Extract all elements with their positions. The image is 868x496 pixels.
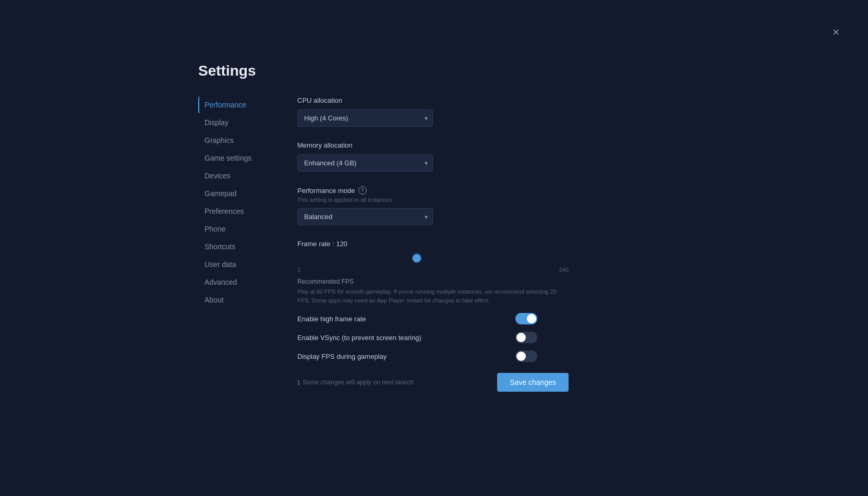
- frame-rate-slider-container: [297, 255, 537, 264]
- toggle-high-frame-rate[interactable]: [515, 313, 537, 324]
- memory-allocation-select-wrapper: Low (1 GB)Standard (2 GB)Enhanced (4 GB)…: [297, 154, 433, 172]
- cpu-allocation-section: CPU allocation Low (1 Core)Medium (2 Cor…: [297, 96, 569, 127]
- toggle-label-display-fps: Display FPS during gameplay: [297, 353, 387, 360]
- sidebar-item-shortcuts[interactable]: Shortcuts: [198, 238, 282, 255]
- footer-note-text: Some changes will apply on next launch: [303, 379, 414, 386]
- slider-min-label: 1: [297, 267, 300, 273]
- footer-note: ℹ Some changes will apply on next launch: [297, 379, 414, 386]
- close-button[interactable]: ✕: [829, 26, 842, 39]
- toggle-knob-high-frame-rate: [527, 314, 536, 323]
- toggles-container: Enable high frame rateEnable VSync (to p…: [297, 313, 569, 362]
- cpu-allocation-label: CPU allocation: [297, 96, 569, 104]
- slider-max-label: 240: [559, 267, 569, 273]
- performance-mode-select-wrapper: Power savingBalancedHigh performance ▾: [297, 208, 433, 225]
- toggle-row-display-fps: Display FPS during gameplay: [297, 350, 537, 362]
- memory-allocation-select[interactable]: Low (1 GB)Standard (2 GB)Enhanced (4 GB)…: [297, 154, 433, 172]
- save-changes-button[interactable]: Save changes: [497, 373, 569, 392]
- performance-mode-section: Performance mode ? This setting is appli…: [297, 186, 569, 225]
- footer-bar: ℹ Some changes will apply on next launch…: [297, 373, 569, 392]
- performance-mode-header: Performance mode ?: [297, 186, 569, 195]
- sidebar-item-game-settings[interactable]: Game settings: [198, 150, 282, 166]
- fps-description: Play at 60 FPS for smooth gameplay. If y…: [297, 287, 569, 305]
- slider-range-labels: 1 240: [297, 267, 569, 273]
- sidebar-item-phone[interactable]: Phone: [198, 221, 282, 237]
- memory-allocation-section: Memory allocation Low (1 GB)Standard (2 …: [297, 141, 569, 172]
- toggle-row-vsync: Enable VSync (to prevent screen tearing): [297, 332, 537, 343]
- sidebar-item-graphics[interactable]: Graphics: [198, 132, 282, 149]
- performance-mode-select[interactable]: Power savingBalancedHigh performance: [297, 208, 433, 225]
- toggle-knob-vsync: [516, 333, 526, 342]
- sidebar-item-about[interactable]: About: [198, 292, 282, 308]
- sidebar-item-gamepad[interactable]: Gamepad: [198, 185, 282, 202]
- performance-mode-label: Performance mode: [297, 187, 355, 195]
- sidebar: PerformanceDisplayGraphicsGame settingsD…: [198, 96, 282, 308]
- sidebar-item-display[interactable]: Display: [198, 114, 282, 131]
- footer-info-icon: ℹ: [297, 379, 300, 386]
- sidebar-item-user-data[interactable]: User data: [198, 256, 282, 273]
- memory-allocation-label: Memory allocation: [297, 141, 569, 149]
- page-title: Settings: [198, 63, 256, 79]
- sidebar-item-devices[interactable]: Devices: [198, 167, 282, 184]
- sidebar-item-preferences[interactable]: Preferences: [198, 203, 282, 220]
- frame-rate-slider[interactable]: [297, 257, 537, 262]
- sidebar-item-advanced[interactable]: Advanced: [198, 274, 282, 291]
- frame-rate-section: Frame rate : 120 1 240 Recommended FPS P…: [297, 240, 569, 362]
- toggle-label-high-frame-rate: Enable high frame rate: [297, 315, 366, 323]
- close-icon: ✕: [832, 27, 840, 38]
- toggle-label-vsync: Enable VSync (to prevent screen tearing): [297, 334, 421, 342]
- performance-mode-help-icon[interactable]: ?: [358, 186, 367, 195]
- performance-mode-subtitle: This setting is applied to all instances…: [297, 197, 569, 203]
- toggle-vsync[interactable]: [515, 332, 537, 343]
- toggle-row-high-frame-rate: Enable high frame rate: [297, 313, 537, 324]
- cpu-allocation-select[interactable]: Low (1 Core)Medium (2 Cores)High (4 Core…: [297, 110, 433, 127]
- cpu-allocation-select-wrapper: Low (1 Core)Medium (2 Cores)High (4 Core…: [297, 110, 433, 127]
- sidebar-item-performance[interactable]: Performance: [198, 96, 282, 113]
- content-panel: CPU allocation Low (1 Core)Medium (2 Cor…: [297, 96, 569, 377]
- frame-rate-label: Frame rate : 120: [297, 240, 569, 248]
- recommended-fps-label: Recommended FPS: [297, 278, 569, 285]
- toggle-knob-display-fps: [516, 352, 526, 361]
- help-question-mark: ?: [361, 188, 364, 193]
- toggle-display-fps[interactable]: [515, 350, 537, 362]
